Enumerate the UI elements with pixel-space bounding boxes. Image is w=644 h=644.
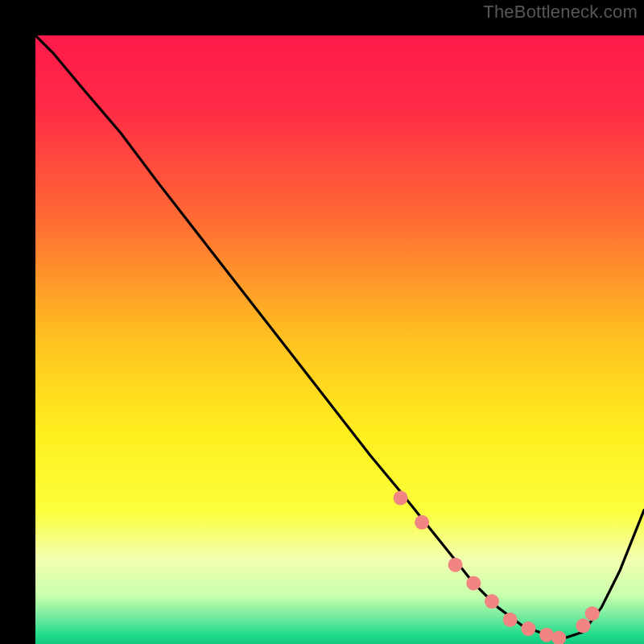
- curve-marker: [585, 606, 600, 621]
- curve-marker: [521, 621, 535, 636]
- curve-marker: [539, 628, 554, 642]
- curve-marker: [415, 515, 429, 530]
- plot-area: [18, 18, 626, 626]
- gradient-bg: [35, 35, 644, 644]
- chart-svg: [35, 35, 644, 644]
- curve-marker: [394, 491, 408, 506]
- curve-marker: [576, 618, 590, 633]
- curve-marker: [503, 613, 518, 627]
- curve-marker: [448, 558, 463, 572]
- watermark-text: TheBottleneck.com: [483, 2, 638, 23]
- curve-marker: [485, 594, 499, 609]
- curve-marker: [466, 576, 481, 590]
